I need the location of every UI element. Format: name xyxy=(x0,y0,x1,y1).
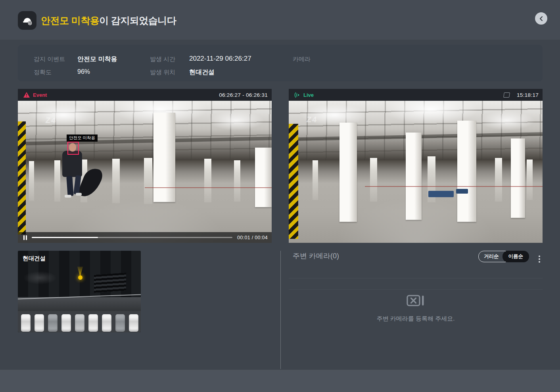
page-title: 안전모 미착용이 감지되었습니다 xyxy=(41,14,176,27)
live-broadcast-icon xyxy=(294,92,300,98)
parked-cars xyxy=(18,311,141,332)
pillar xyxy=(313,160,318,200)
video-controls: 00:01 / 00:04 xyxy=(18,232,272,243)
pillar xyxy=(370,158,377,202)
back-button[interactable] xyxy=(535,12,547,25)
pillar xyxy=(204,159,211,202)
progress-bar[interactable] xyxy=(32,237,232,238)
info-value-accuracy: 96% xyxy=(77,68,90,75)
progress-fill xyxy=(32,237,98,238)
live-badge: Live xyxy=(303,92,314,98)
event-video-panel: Event 06:26:27 - 06:26:31 Z4 xyxy=(18,89,272,243)
pillar xyxy=(234,160,240,202)
camera-watermark: Z4 xyxy=(45,116,57,125)
list-separator xyxy=(289,278,543,279)
event-time-range: 06:26:27 - 06:26:31 xyxy=(219,92,268,98)
person-shoe xyxy=(65,195,71,198)
detection-bounding-box xyxy=(67,142,79,155)
event-video[interactable]: Z4 안전모 미착용 xyxy=(18,101,272,243)
sort-toggle: 거리순 이름순 xyxy=(478,251,529,262)
no-camera-icon xyxy=(407,294,425,308)
info-label-accuracy: 정확도 xyxy=(34,69,52,76)
list-separator xyxy=(289,289,543,290)
more-options-button[interactable] xyxy=(537,254,542,264)
sort-by-distance-button[interactable]: 거리순 xyxy=(478,251,506,262)
map-stair-structure xyxy=(94,273,126,293)
info-label-event: 감지 이벤트 xyxy=(34,56,65,63)
sort-by-name-button[interactable]: 이름순 xyxy=(502,251,529,262)
pillar xyxy=(29,161,34,201)
warning-triangle-icon xyxy=(23,92,30,98)
event-video-header: Event 06:26:27 - 06:26:31 xyxy=(18,89,272,101)
chevron-left-icon xyxy=(539,16,544,21)
app-header: 안전모 미착용이 감지되었습니다 xyxy=(0,0,560,40)
empty-message: 주변 카메라를 등록해 주세요. xyxy=(289,315,543,323)
equipment-tarp xyxy=(456,189,468,194)
live-clock: 15:18:17 xyxy=(517,92,539,98)
pillar xyxy=(255,148,272,207)
camera-marker xyxy=(78,275,82,280)
live-video-header: Live 15:18:17 xyxy=(289,89,543,101)
map-road xyxy=(18,297,141,312)
pillar xyxy=(527,159,533,200)
barrier-tape xyxy=(365,186,543,187)
detection-label: 안전모 미착용 xyxy=(67,135,98,142)
column-divider xyxy=(280,251,281,369)
title-suffix: 이 감지되었습니다 xyxy=(99,15,176,26)
info-value-time: 2022-11-29 06:26:27 xyxy=(189,55,251,63)
footer-bar: 현장 조치 오탐 이벤트 처리 xyxy=(0,370,560,392)
barrier-tape xyxy=(145,187,272,188)
info-label-location: 발생 위치 xyxy=(150,69,175,76)
pillar xyxy=(511,138,525,218)
live-video-panel: Live 15:18:17 Z4 xyxy=(289,89,543,243)
pillar xyxy=(112,159,120,203)
info-label-time: 발생 시간 xyxy=(150,56,175,63)
map-thumbnail[interactable]: 현대건설 xyxy=(18,251,141,332)
event-detail-page: 안전모 미착용이 감지되었습니다 감지 이벤트 안전모 미착용 정확도 96% … xyxy=(0,0,560,392)
hazard-stripe-pillar xyxy=(18,121,26,234)
camera-watermark: Z4 xyxy=(306,115,318,124)
info-value-event: 안전모 미착용 xyxy=(77,55,117,63)
pause-button[interactable] xyxy=(23,235,27,240)
floor-sheen xyxy=(334,197,497,243)
info-label-camera: 카메라 xyxy=(293,56,311,63)
hazard-stripe-pillar xyxy=(289,124,298,239)
pillar xyxy=(54,160,60,202)
event-info-bar: 감지 이벤트 안전모 미착용 정확도 96% 발생 시간 2022-11-29 … xyxy=(18,45,543,81)
equipment-tarp xyxy=(428,191,454,197)
event-type-highlight: 안전모 미착용 xyxy=(41,15,99,26)
nearby-cameras-title: 주변 카메라(0) xyxy=(293,251,339,261)
snapshot-icon[interactable] xyxy=(503,92,510,98)
info-value-location: 현대건설 xyxy=(189,68,215,77)
person-shoe xyxy=(76,193,82,196)
live-video[interactable]: Z4 xyxy=(289,101,543,243)
nearby-empty-state: 주변 카메라를 등록해 주세요. xyxy=(289,294,543,323)
pillar xyxy=(153,113,175,202)
playback-time: 00:01 / 00:04 xyxy=(237,235,268,240)
site-label: 현대건설 xyxy=(23,255,46,262)
helmet-alert-icon xyxy=(18,11,36,30)
pillar xyxy=(495,158,502,202)
event-badge: Event xyxy=(33,92,47,98)
